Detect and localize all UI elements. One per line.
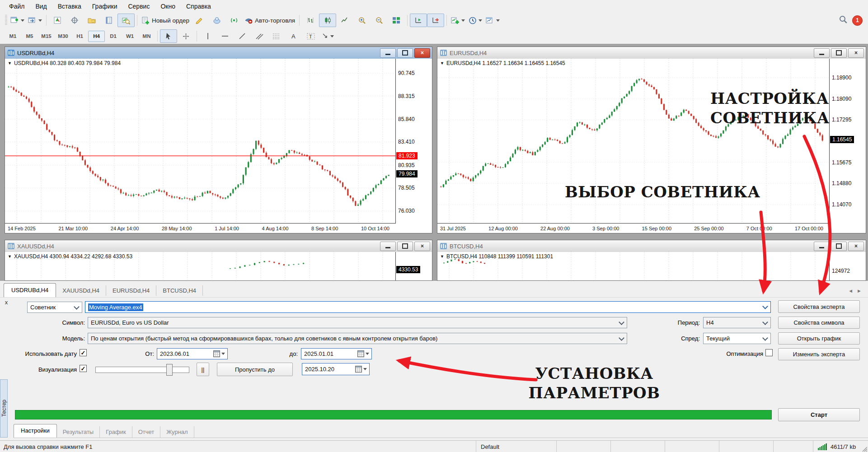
tab-scroll-right-icon[interactable]: ► [857, 288, 862, 294]
restore-button[interactable] [831, 242, 847, 251]
strategy-tester-button[interactable] [117, 14, 135, 27]
metaeditor-button[interactable] [191, 14, 208, 27]
minimize-button[interactable] [380, 242, 396, 251]
slider-thumb[interactable] [166, 364, 173, 376]
symbol-properties-button[interactable]: Свойства символа [778, 317, 860, 329]
expert-properties-button[interactable]: Свойства эксперта [778, 300, 860, 313]
use-date-checkbox[interactable]: ✓ [80, 349, 87, 356]
trendline-tool-button[interactable] [234, 29, 251, 43]
terminal-button[interactable] [100, 14, 117, 27]
periods-button[interactable] [467, 14, 484, 27]
status-profile[interactable]: Default [476, 441, 556, 452]
skip-to-button[interactable]: Пропустить до [217, 363, 293, 376]
model-select[interactable]: По ценам открытия (быстрый метод на сфор… [88, 333, 627, 344]
timeframe-mn[interactable]: MN [138, 31, 155, 42]
autoscroll-button[interactable] [410, 14, 427, 27]
channel-tool-button[interactable] [251, 29, 268, 43]
toolbar-grip[interactable] [5, 15, 7, 26]
symbol-dropdown-icon[interactable]: ▼ [440, 254, 444, 259]
timeframe-m1[interactable]: M1 [5, 31, 21, 42]
window-titlebar[interactable]: BTCUSD,H4 × [437, 240, 866, 252]
window-titlebar[interactable]: USDRUBd,H4 × [5, 47, 432, 59]
restore-button[interactable] [397, 48, 413, 58]
price-axis[interactable]: 1.189001.180901.172951.165451.156751.148… [829, 59, 866, 224]
tester-side-tab[interactable]: Тестер [0, 379, 8, 438]
window-titlebar[interactable]: XAUUSDd,H4 × [5, 240, 432, 252]
minimize-button[interactable] [380, 48, 396, 58]
price-axis[interactable]: 90.74588.31585.84083.41081.92380.93579.9… [395, 59, 432, 224]
minimize-button[interactable] [814, 48, 830, 58]
symbol-dropdown-icon[interactable]: ▼ [8, 61, 12, 65]
tester-tab-graph[interactable]: График [100, 426, 132, 438]
chart-tab-btcusd[interactable]: BTCUSD,H4 [156, 285, 203, 296]
chart-tab-usdrub[interactable]: USDRUBd,H4 [4, 283, 56, 297]
time-axis[interactable]: 14 Feb 202521 Mar 10:0024 Apr 14:0028 Ma… [5, 223, 396, 233]
chart-area[interactable]: 4330.53 ▼XAUUSDd,H4 4300.94 4334.22 4292… [5, 252, 432, 280]
zoom-out-button[interactable] [371, 14, 388, 27]
menu-tools[interactable]: Сервис [122, 1, 155, 11]
arrows-tool-button[interactable] [319, 29, 337, 43]
resize-grip[interactable] [861, 446, 868, 452]
timeframe-w1[interactable]: W1 [122, 31, 138, 42]
notification-badge[interactable]: 1 [852, 15, 863, 26]
horizontal-line-tool-button[interactable] [216, 29, 234, 43]
period-select[interactable]: H4 [703, 317, 771, 328]
menu-insert[interactable]: Вставка [52, 1, 87, 11]
window-titlebar[interactable]: EURUSDd,H4 × [437, 47, 866, 59]
open-chart-button[interactable]: Открыть график [778, 332, 860, 345]
time-axis[interactable]: 31 Jul 202512 Aug 00:0022 Aug 00:003 Sep… [437, 223, 830, 233]
navigator-button[interactable] [83, 14, 100, 27]
menu-window[interactable]: Окно [155, 1, 181, 11]
timeframe-m15[interactable]: M15 [38, 31, 55, 42]
restore-button[interactable] [397, 242, 413, 251]
date-from-field[interactable]: 2023.06.01 [157, 348, 228, 359]
candle-chart-button[interactable] [319, 14, 336, 27]
close-button[interactable]: × [848, 48, 864, 58]
community-button[interactable] [208, 14, 225, 27]
tester-type-select[interactable]: Советник [27, 302, 82, 313]
indicators-button[interactable] [449, 14, 467, 27]
close-button[interactable]: × [414, 48, 430, 58]
menu-help[interactable]: Справка [181, 1, 216, 11]
signals-button[interactable] [225, 14, 243, 27]
spread-select[interactable]: Текущий [703, 333, 771, 344]
expert-select[interactable]: Moving Average.ex4 [85, 301, 771, 313]
timeframe-h4[interactable]: H4 [88, 31, 105, 42]
search-icon[interactable] [839, 15, 848, 26]
chart-area[interactable]: 124972 ▼BTCUSD,H4 110848 111399 110591 1… [437, 252, 866, 280]
menu-charts[interactable]: Графики [87, 1, 123, 11]
tester-tab-settings[interactable]: Настройки [14, 424, 57, 438]
start-button[interactable]: Старт [778, 408, 860, 421]
restore-button[interactable] [831, 48, 847, 58]
visualization-checkbox[interactable]: ✓ [80, 365, 87, 372]
price-axis[interactable]: 4330.53 [395, 252, 432, 280]
new-chart-button[interactable] [9, 14, 26, 27]
tile-windows-button[interactable] [388, 14, 405, 27]
visualization-speed-slider[interactable] [95, 367, 189, 373]
tester-tab-report[interactable]: Отчет [132, 426, 161, 438]
cursor-tool-button[interactable] [160, 29, 177, 43]
skip-date-field[interactable]: 2025.10.20 [302, 363, 370, 375]
symbol-dropdown-icon[interactable]: ▼ [8, 254, 12, 259]
templates-button[interactable] [484, 14, 502, 27]
crosshair-tool-button[interactable] [177, 29, 194, 43]
timeframe-m5[interactable]: M5 [21, 31, 38, 42]
new-order-button[interactable]: Новый ордер [140, 14, 191, 27]
candlestick-chart[interactable] [437, 59, 830, 224]
chart-tab-eurusd[interactable]: EURUSDd,H4 [106, 285, 156, 296]
close-button[interactable]: × [414, 242, 430, 251]
tab-scroll-left-icon[interactable]: ◄ [848, 288, 853, 294]
timeframe-h1[interactable]: H1 [71, 31, 88, 42]
chart-area[interactable]: 1.189001.180901.172951.165451.156751.148… [437, 59, 866, 233]
tester-tab-results[interactable]: Результаты [57, 426, 100, 438]
label-tool-button[interactable]: T [302, 29, 319, 43]
candlestick-chart[interactable] [5, 59, 396, 224]
close-button[interactable]: × [848, 242, 864, 251]
minimize-button[interactable] [814, 242, 830, 251]
tester-close-icon[interactable]: x [3, 298, 10, 306]
data-window-button[interactable] [66, 14, 83, 27]
timeframe-d1[interactable]: D1 [105, 31, 122, 42]
bar-chart-button[interactable] [302, 14, 319, 27]
autotrade-button[interactable]: Авто-торговля [243, 14, 297, 27]
chart-area[interactable]: 90.74588.31585.84083.41081.92380.93579.9… [5, 59, 432, 233]
